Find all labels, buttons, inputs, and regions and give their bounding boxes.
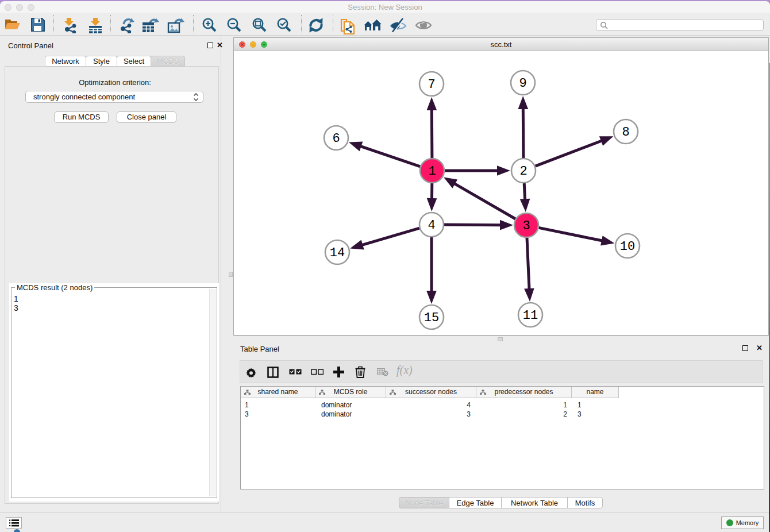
svg-text:10: 10 bbox=[620, 240, 635, 254]
svg-text:7: 7 bbox=[428, 78, 435, 92]
svg-text:3: 3 bbox=[522, 219, 530, 233]
svg-text:14: 14 bbox=[330, 246, 345, 260]
svg-text:6: 6 bbox=[332, 132, 340, 146]
svg-text:9: 9 bbox=[519, 76, 526, 91]
svg-text:2: 2 bbox=[519, 164, 527, 179]
svg-text:8: 8 bbox=[622, 125, 629, 140]
svg-text:1: 1 bbox=[428, 164, 436, 179]
svg-text:15: 15 bbox=[424, 311, 439, 325]
svg-text:11: 11 bbox=[523, 309, 538, 323]
svg-text:4: 4 bbox=[428, 218, 435, 233]
